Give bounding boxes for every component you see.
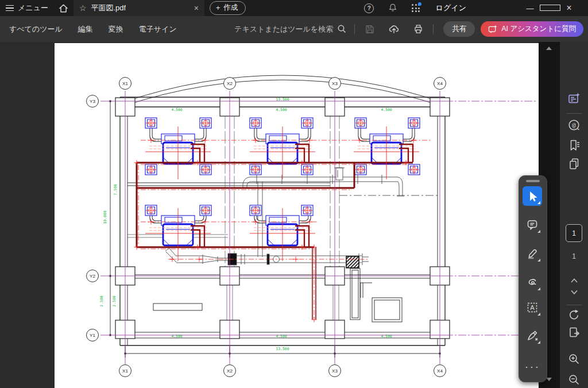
axis-marker-y3: Y3 [87, 95, 99, 107]
axis-marker-y2: Y2 [87, 270, 99, 282]
svg-text:Y2: Y2 [90, 274, 95, 279]
window-close-icon[interactable]: × [559, 3, 579, 13]
tab-close-icon[interactable]: × [194, 3, 199, 13]
svg-text:4.500: 4.500 [276, 107, 287, 112]
zoom-out-icon [567, 373, 581, 387]
svg-text:X4: X4 [437, 81, 443, 86]
ai-assistant-panel-button[interactable] [567, 92, 581, 106]
search-icon [337, 24, 347, 34]
previous-page-button[interactable] [569, 276, 579, 285]
draw-tool-button[interactable] [523, 272, 542, 292]
svg-text:X1: X1 [122, 368, 128, 374]
svg-text:A: A [530, 304, 535, 311]
home-button[interactable] [54, 0, 74, 16]
bookmark-icon [567, 139, 581, 152]
save-button[interactable] [362, 24, 377, 34]
ai-assistant-label: AI アシスタントに質問 [501, 24, 576, 34]
anchor-box [301, 205, 313, 216]
zoom-out-button[interactable] [567, 373, 581, 387]
anchor-box [200, 118, 211, 128]
zoom-in-button[interactable] [567, 352, 581, 366]
menu-all-tools[interactable]: すべてのツール [9, 24, 63, 34]
rotate-page-button[interactable] [567, 309, 581, 322]
toolbar-drag-handle[interactable] [526, 180, 540, 182]
search-bar[interactable]: テキストまたはツールを検索 [234, 24, 347, 34]
minimize-icon[interactable]: — [520, 4, 540, 13]
share-button[interactable]: 共有 [443, 21, 475, 37]
menu-button[interactable]: メニュー [0, 0, 54, 16]
comments-panel-button[interactable]: @ [567, 118, 581, 132]
page-total: 1 [560, 252, 588, 260]
dimension-labels: 13.500 4.500 4.500 4.500 4.500 4.500 4.5… [99, 97, 392, 351]
svg-text:2.500: 2.500 [99, 295, 104, 306]
svg-text:X2: X2 [227, 81, 233, 86]
select-tool-button[interactable] [523, 186, 542, 206]
page-thumbnails-button[interactable] [567, 157, 581, 171]
sign-tool-button[interactable] [523, 326, 542, 345]
svg-text:4.500: 4.500 [276, 334, 287, 339]
axis-marker-x1-top: X1 [119, 78, 131, 90]
text-box-icon: A [526, 301, 539, 314]
svg-text:X2: X2 [227, 368, 233, 374]
text-box-tool-button[interactable]: A [523, 298, 542, 317]
quick-tools-toolbar: A • • • [519, 175, 547, 382]
next-page-button[interactable] [569, 288, 579, 296]
document-tab[interactable]: ☆ 平面図.pdf × [74, 0, 204, 16]
ai-assistant-button[interactable]: AI アシスタントに質問 [481, 21, 583, 37]
svg-text:4.500: 4.500 [171, 334, 182, 339]
svg-text:X3: X3 [332, 368, 338, 374]
svg-text:@: @ [572, 121, 576, 128]
comment-bubble-icon [526, 218, 539, 231]
file-actions [362, 24, 425, 35]
anchor-box [355, 164, 366, 175]
anchor-box [250, 164, 261, 175]
title-bar: メニュー ☆ 平面図.pdf × + 作成 ? ログイン — × [0, 0, 588, 16]
bookmarks-panel-button[interactable] [567, 139, 581, 152]
comment-tool-button[interactable] [523, 215, 542, 235]
anchor-box [408, 118, 420, 128]
anchor-box [145, 164, 157, 175]
more-tools-button[interactable]: • • • [523, 361, 542, 372]
draw-loop-icon [526, 276, 539, 289]
notification-dot [418, 2, 421, 6]
ai-chat-icon [488, 25, 497, 34]
export-page-button[interactable] [567, 326, 581, 340]
right-tools-rail: @ 1 1 [560, 42, 588, 388]
home-icon [58, 3, 69, 14]
help-icon[interactable]: ? [364, 3, 374, 13]
axis-marker-x2-bottom: X2 [224, 365, 236, 377]
axis-marker-x3-bottom: X3 [329, 365, 341, 377]
pdf-page: X1 X2 X3 X4 X1 X2 X3 X4 Y3 Y2 Y1 13.500 … [55, 43, 539, 388]
scroll-down-arrow[interactable] [546, 378, 552, 381]
login-button[interactable]: ログイン [436, 3, 466, 13]
rail-divider [567, 305, 582, 305]
anchor-box [250, 205, 261, 216]
comments-icon: @ [567, 118, 581, 132]
app-launcher-icon[interactable] [412, 4, 419, 11]
printer-icon [413, 24, 424, 34]
scroll-up-arrow[interactable] [546, 47, 552, 50]
anchor-box [301, 164, 313, 175]
maximize-icon[interactable] [540, 4, 559, 13]
star-icon[interactable]: ☆ [79, 3, 87, 13]
export-page-icon [567, 326, 581, 340]
svg-text:Y1: Y1 [90, 333, 95, 338]
menu-convert[interactable]: 変換 [109, 24, 123, 34]
document-viewer: X1 X2 X3 X4 X1 X2 X3 X4 Y3 Y2 Y1 13.500 … [0, 42, 588, 388]
axis-marker-x4-bottom: X4 [434, 365, 446, 377]
highlight-tool-button[interactable] [523, 244, 542, 263]
menu-edit[interactable]: 編集 [78, 24, 93, 34]
app-toolbar: すべてのツール 編集 変換 電子サイン テキストまたはツールを検索 [0, 16, 588, 43]
page-number-input[interactable]: 1 [566, 224, 582, 242]
chevron-up-icon [569, 276, 579, 285]
rail-divider [567, 113, 582, 114]
print-button[interactable] [411, 24, 425, 34]
anchor-box [408, 164, 420, 175]
create-button[interactable]: + 作成 [210, 1, 246, 15]
highlighter-icon [526, 247, 539, 260]
menu-esign[interactable]: 電子サイン [139, 24, 177, 34]
window-controls: — × [520, 3, 579, 13]
notifications-bell-icon[interactable] [388, 3, 398, 13]
axis-marker-x2-top: X2 [224, 78, 236, 90]
upload-cloud-button[interactable] [386, 24, 401, 35]
